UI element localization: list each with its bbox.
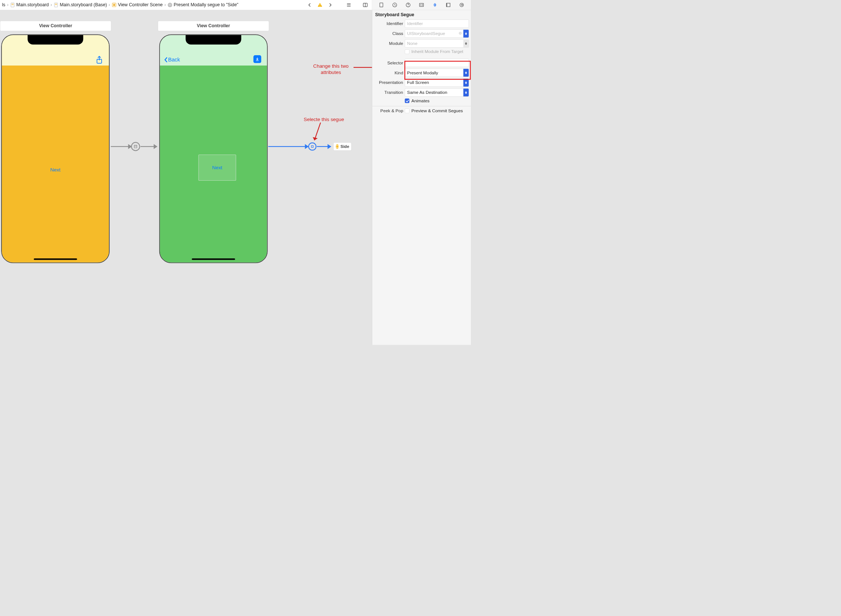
inspector-panel: Storyboard Segue Identifier Class UIStor… [372,10,471,345]
breadcrumb-label: ls [2,2,6,8]
animates-checkbox[interactable] [405,98,409,103]
storyboard-reference[interactable]: Side [333,142,351,151]
size-inspector-tab[interactable] [445,1,452,9]
storyboard-reference-icon [336,144,339,149]
segue-line-selected[interactable] [317,146,331,147]
help-inspector-tab[interactable] [405,1,412,9]
attributes-inspector-tab[interactable] [432,1,438,9]
view-controller-preview[interactable]: Back Next [159,35,268,264]
view-body [2,66,109,263]
dropdown-caret-icon [463,69,469,76]
scene-title: View Controller [39,23,72,29]
svg-rect-7 [113,4,116,6]
segue-node[interactable] [131,142,140,151]
share-icon[interactable] [96,56,103,65]
inherit-module-checkbox[interactable] [405,49,409,54]
selector-input[interactable] [405,59,469,67]
chevron-right-icon: › [108,2,110,8]
scene-icon [112,3,117,7]
connections-inspector-tab[interactable] [459,1,465,9]
svg-rect-9 [169,4,171,6]
svg-rect-10 [320,4,320,6]
section-title: Storyboard Segue [372,10,471,19]
svg-rect-11 [320,6,320,6]
outline-toggle-button[interactable] [346,2,352,8]
view-controller-preview[interactable]: Next [1,35,110,264]
download-icon[interactable] [253,55,261,63]
storyboard-file-icon [10,3,15,7]
dropdown-caret-icon [463,79,469,87]
segue-line[interactable] [141,146,157,147]
identifier-input[interactable] [405,19,469,28]
field-label: Identifier [372,21,403,26]
home-indicator [192,258,235,260]
storyboard-reference-label: Side [341,144,350,149]
svg-rect-2 [12,4,14,5]
breadcrumb-label: Present Modally segue to "Side" [174,2,238,8]
history-inspector-tab[interactable] [391,1,398,9]
svg-rect-21 [419,3,423,6]
breadcrumb-item[interactable]: Main.storyboard (Base) [53,2,108,8]
dropdown-caret-icon [463,89,469,97]
next-button[interactable]: Next [50,167,61,173]
chevron-right-icon: › [50,2,52,8]
identity-inspector-tab[interactable] [418,1,425,9]
home-indicator [34,258,77,260]
svg-rect-33 [134,145,137,148]
svg-point-8 [168,3,172,7]
field-label: Class [372,31,403,36]
field-label: Selector [372,60,403,65]
device-notch [186,35,241,44]
segue-line[interactable] [111,146,131,147]
issues-button[interactable] [317,2,323,8]
device-notch [28,35,83,44]
annotation-arrow [353,66,372,70]
field-label: Peek & Pop [372,109,403,113]
chevron-left-icon [164,57,168,63]
segue-line-selected[interactable] [268,146,308,147]
breadcrumb-item[interactable]: View Controller Scene [111,2,163,8]
breadcrumb-item[interactable]: Present Modally segue to "Side" [167,2,239,8]
adjust-editor-button[interactable] [362,2,368,8]
breadcrumb-label: Main.storyboard [16,2,48,8]
chevron-right-icon: › [7,2,9,8]
scene-title: View Controller [197,23,230,29]
class-select[interactable]: UIStoryboardSegue [405,29,469,38]
back-button[interactable]: Back [164,56,180,63]
field-label: Module [372,41,403,45]
scene-title-bar[interactable]: View Controller [158,21,269,31]
dropdown-caret-icon [463,40,469,47]
breadcrumb-label: View Controller Scene [118,2,163,8]
breadcrumb-label: Main.storyboard (Base) [60,2,107,8]
checkbox-label: Preview & Commit Segues [411,109,463,113]
clear-icon[interactable] [459,31,462,36]
breadcrumb-item[interactable]: Main.storyboard [9,2,50,8]
checkbox-label: Animates [411,98,429,103]
presentation-select[interactable]: Full Screen [405,78,469,87]
storyboard-canvas[interactable]: View Controller View Controller Next Bac… [0,10,372,345]
field-label: Kind [372,70,403,75]
toolbar: ls › Main.storyboard › Main.storyboard (… [0,0,471,10]
module-select[interactable]: None [405,40,469,47]
peek-pop-checkbox[interactable] [405,109,409,113]
nav-back-button[interactable] [307,2,313,8]
svg-point-22 [420,4,421,5]
container-view[interactable]: Next [198,154,236,181]
breadcrumb-item[interactable]: ls [1,2,6,8]
svg-rect-17 [379,3,382,7]
svg-point-20 [408,6,408,6]
field-label: Transition [372,90,403,95]
nav-forward-button[interactable] [327,2,333,8]
scene-title-bar[interactable]: View Controller [0,21,111,31]
storyboard-file-icon [54,3,59,7]
annotation-text: Selecte this segue [303,116,344,123]
transition-select[interactable]: Same As Destination [405,88,469,97]
inspector-toolbar-area [372,0,471,10]
kind-select[interactable]: Present Modally [405,69,469,76]
breadcrumb: ls › Main.storyboard › Main.storyboard (… [0,2,303,8]
dropdown-caret-icon [463,30,469,38]
checkbox-label: Inherit Module From Target [411,49,463,54]
field-label: Presentation [372,80,403,85]
present-modally-icon [133,144,138,149]
file-inspector-tab[interactable] [378,1,385,9]
